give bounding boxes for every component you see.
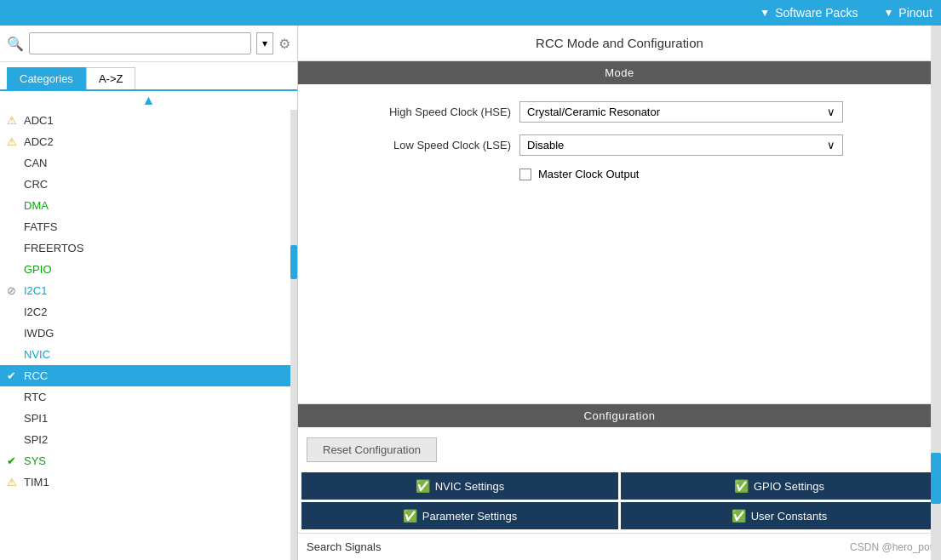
lse-select[interactable]: Disable ∨ (519, 134, 843, 156)
search-bar: 🔍 ▾ ⚙ (0, 26, 297, 62)
main-layout: 🔍 ▾ ⚙ Categories A->Z ▲ ⚠ADC1⚠ADC2CANCRC… (0, 26, 941, 560)
pinout-chevron-icon: ▼ (883, 7, 893, 19)
tab-categories[interactable]: Categories (7, 67, 86, 89)
list-item-dma[interactable]: DMA (0, 195, 297, 216)
list-item-nvic[interactable]: NVIC (0, 344, 297, 365)
sys-label: SYS (24, 454, 46, 467)
hse-value: Crystal/Ceramic Resonator (527, 106, 660, 118)
user-check-icon: ✅ (732, 509, 746, 523)
adc2-icon: ⚠ (7, 135, 17, 148)
rcc-label: RCC (24, 369, 48, 382)
config-content: Reset Configuration ✅ NVIC Settings ✅ GP… (298, 427, 941, 533)
gpio-settings-label: GPIO Settings (754, 480, 824, 493)
lse-row: Low Speed Clock (LSE) Disable ∨ (324, 134, 915, 156)
tim1-icon: ⚠ (7, 476, 17, 489)
rtc-label: RTC (24, 391, 46, 403)
master-clock-label: Master Clock Output (538, 168, 640, 180)
mode-section-header: Mode (298, 61, 941, 84)
hse-row: High Speed Clock (HSE) Crystal/Ceramic R… (324, 101, 915, 123)
list-item-spi1[interactable]: SPI1 (0, 408, 297, 429)
spi1-label: SPI1 (24, 412, 48, 425)
iwdg-label: IWDG (24, 327, 54, 340)
lse-dropdown-icon: ∨ (827, 139, 835, 151)
parameter-settings-label: Parameter Settings (422, 510, 517, 523)
right-scrollbar-thumb (931, 453, 941, 504)
i2c2-label: I2C2 (24, 306, 47, 318)
master-clock-row: Master Clock Output (324, 168, 915, 180)
right-scrollbar[interactable] (931, 26, 941, 560)
freertos-label: FREERTOS (24, 242, 83, 254)
search-signals-label: Search Signals (307, 540, 381, 553)
list-item-adc2[interactable]: ⚠ADC2 (0, 131, 297, 152)
pinout-section[interactable]: ▼ Pinout (883, 6, 932, 20)
mode-spacer (298, 206, 941, 403)
software-packs-chevron-icon: ▼ (760, 7, 770, 19)
spi2-label: SPI2 (24, 433, 48, 446)
adc1-label: ADC1 (24, 114, 54, 127)
list-item-rtc[interactable]: RTC (0, 386, 297, 408)
config-section-header: Configuration (298, 404, 941, 427)
list-item-can[interactable]: CAN (0, 152, 297, 174)
dma-label: DMA (24, 199, 49, 212)
rcc-icon: ✔ (7, 369, 16, 382)
lse-value: Disable (527, 139, 564, 151)
top-bar: ▼ Software Packs ▼ Pinout (0, 0, 941, 26)
pinout-label: Pinout (898, 6, 932, 20)
gpio-label: GPIO (24, 263, 52, 276)
lse-label: Low Speed Clock (LSE) (324, 139, 511, 151)
hse-label: High Speed Clock (HSE) (324, 106, 511, 118)
list-item-sys[interactable]: ✔SYS (0, 450, 297, 471)
mode-content: High Speed Clock (HSE) Crystal/Ceramic R… (298, 84, 941, 206)
hse-dropdown-icon: ∨ (827, 106, 835, 118)
fatfs-label: FATFS (24, 220, 57, 233)
search-input[interactable] (29, 32, 251, 54)
search-dropdown-button[interactable]: ▾ (256, 32, 273, 54)
user-constants-label: User Constants (751, 510, 828, 523)
tab-parameter-settings[interactable]: ✅ Parameter Settings (301, 502, 618, 529)
crc-label: CRC (24, 178, 48, 191)
left-scrollbar[interactable] (290, 110, 297, 560)
hse-select[interactable]: Crystal/Ceramic Resonator ∨ (519, 101, 843, 123)
list-item-gpio[interactable]: GPIO (0, 259, 297, 280)
list-item-tim1[interactable]: ⚠TIM1 (0, 471, 297, 493)
nvic-check-icon: ✅ (416, 479, 430, 493)
adc1-icon: ⚠ (7, 114, 17, 127)
list-item-adc1[interactable]: ⚠ADC1 (0, 110, 297, 131)
tab-nvic-settings[interactable]: ✅ NVIC Settings (301, 472, 618, 500)
items-list: ⚠ADC1⚠ADC2CANCRCDMAFATFSFREERTOSGPIO⊘I2C… (0, 110, 297, 560)
software-packs-section[interactable]: ▼ Software Packs (760, 6, 858, 20)
adc2-label: ADC2 (24, 135, 54, 148)
param-check-icon: ✅ (403, 509, 417, 523)
left-scrollbar-thumb (290, 245, 297, 279)
list-item-rcc[interactable]: ✔RCC (0, 365, 297, 386)
list-item-i2c2[interactable]: I2C2 (0, 301, 297, 323)
category-tabs: Categories A->Z (0, 62, 297, 91)
tim1-label: TIM1 (24, 476, 49, 489)
i2c1-label: I2C1 (24, 284, 47, 297)
config-section: Configuration Reset Configuration ✅ NVIC… (298, 403, 941, 560)
right-panel: RCC Mode and Configuration Mode High Spe… (298, 26, 941, 560)
can-label: CAN (24, 157, 47, 169)
tab-gpio-settings[interactable]: ✅ GPIO Settings (621, 472, 938, 500)
list-item-iwdg[interactable]: IWDG (0, 323, 297, 344)
list-item-i2c1[interactable]: ⊘I2C1 (0, 280, 297, 301)
list-item-fatfs[interactable]: FATFS (0, 216, 297, 237)
search-signals-bar: Search Signals CSDN @hero_pot (298, 533, 941, 560)
gpio-check-icon: ✅ (734, 479, 749, 493)
list-item-freertos[interactable]: FREERTOS (0, 237, 297, 259)
software-packs-label: Software Packs (775, 6, 858, 20)
config-tabs: ✅ NVIC Settings ✅ GPIO Settings ✅ Parame… (298, 472, 941, 533)
nvic-label: NVIC (24, 348, 50, 361)
main-title: RCC Mode and Configuration (298, 26, 941, 61)
csdn-watermark: CSDN @hero_pot (850, 541, 932, 553)
tab-atoz[interactable]: A->Z (86, 67, 136, 89)
tab-user-constants[interactable]: ✅ User Constants (621, 502, 938, 529)
reset-configuration-button[interactable]: Reset Configuration (307, 437, 437, 462)
i2c1-icon: ⊘ (7, 284, 16, 297)
sys-icon: ✔ (7, 454, 16, 467)
gear-icon[interactable]: ⚙ (278, 36, 290, 52)
master-clock-checkbox[interactable] (519, 169, 531, 180)
nvic-settings-label: NVIC Settings (435, 480, 505, 493)
list-item-crc[interactable]: CRC (0, 174, 297, 195)
list-item-spi2[interactable]: SPI2 (0, 429, 297, 450)
